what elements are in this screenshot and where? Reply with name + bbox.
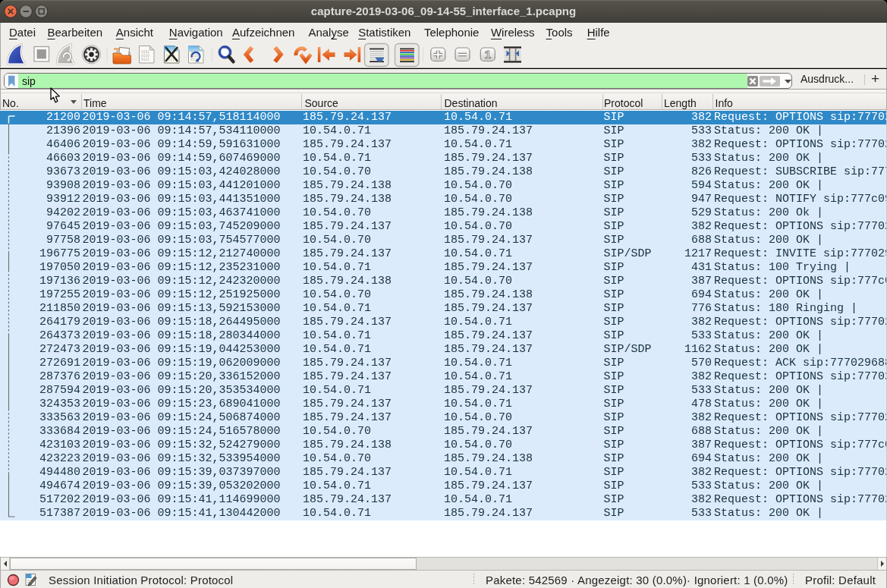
svg-text:0111: 0111 [141,58,149,61]
svg-text:1: 1 [485,48,491,61]
